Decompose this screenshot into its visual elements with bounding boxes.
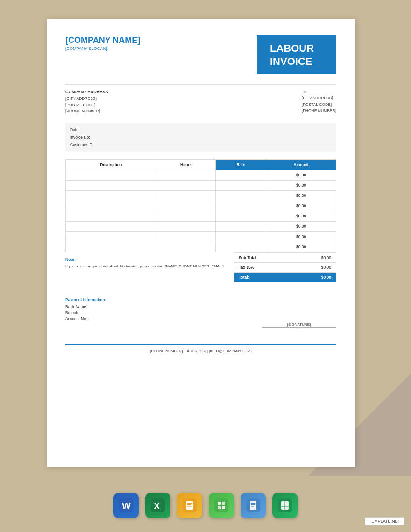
- invoice-page: [COMPANY NAME] [COMPANY SLOGAN] LABOUR I…: [47, 19, 355, 467]
- invoice-no-value[interactable]: [107, 134, 332, 140]
- table-row: $0.00: [66, 190, 336, 201]
- grand-total-value: $0.00: [321, 275, 331, 280]
- cell-rate-3[interactable]: [216, 201, 266, 211]
- cell-amount-1[interactable]: $0.00: [266, 180, 336, 190]
- to-postal: [POSTAL CODE]: [302, 102, 336, 108]
- company-slogan: [COMPANY SLOGAN]: [65, 46, 140, 51]
- grand-total-row: Total: $0.00: [234, 273, 336, 282]
- col-hours: Hours: [156, 159, 216, 170]
- col-description: Description: [66, 159, 156, 170]
- cell-hours-4[interactable]: [156, 211, 216, 221]
- template-badge: TEMPLATE.NET: [365, 517, 404, 525]
- cell-amount-5[interactable]: $0.00: [266, 221, 336, 231]
- to-label: To:: [302, 90, 336, 94]
- to-phone: [PHONE NUMBER]: [302, 108, 336, 114]
- payment-section: Payment Information: Bank Name: Branch: …: [65, 293, 336, 328]
- subtotal-label: Sub Total:: [239, 255, 258, 260]
- cell-hours-2[interactable]: [156, 190, 216, 201]
- signature-field: [SIGNATURE]: [262, 322, 336, 328]
- cell-rate-5[interactable]: [216, 221, 266, 231]
- cell-description-7[interactable]: [66, 242, 156, 252]
- payment-title: Payment Information:: [65, 297, 336, 302]
- cell-rate-7[interactable]: [216, 242, 266, 252]
- invoice-title-line2: INVOICE: [270, 56, 312, 67]
- table-row: $0.00: [66, 231, 336, 242]
- table-header-row: Description Hours Rate Amount: [66, 159, 336, 170]
- table-row: $0.00: [66, 170, 336, 180]
- cell-rate-1[interactable]: [216, 180, 266, 190]
- customer-id-label: Customer ID:: [70, 142, 107, 147]
- svg-rect-7: [187, 504, 191, 505]
- svg-rect-8: [187, 506, 192, 507]
- table-row: $0.00: [66, 242, 336, 252]
- cell-hours-3[interactable]: [156, 201, 216, 211]
- tax-row: Tax 15%: $0.00: [234, 263, 336, 273]
- to-city: [CITY ADDRESS]: [302, 95, 336, 102]
- cell-hours-7[interactable]: [156, 242, 216, 252]
- company-name: [COMPANY NAME]: [65, 35, 140, 45]
- cell-amount-0[interactable]: $0.00: [266, 170, 336, 180]
- cell-description-1[interactable]: [66, 180, 156, 190]
- cell-hours-1[interactable]: [156, 180, 216, 190]
- customer-id-field: Customer ID:: [70, 142, 332, 148]
- company-city: [CITY ADDRESS]: [65, 96, 108, 102]
- cell-hours-5[interactable]: [156, 221, 216, 231]
- google-sheets-icon[interactable]: [272, 493, 298, 518]
- svg-rect-6: [187, 503, 192, 504]
- cell-description-2[interactable]: [66, 190, 156, 201]
- company-address-block: COMPANY ADDRESS [CITY ADDRESS] [POSTAL C…: [65, 90, 108, 115]
- cell-rate-0[interactable]: [216, 170, 266, 180]
- cell-hours-6[interactable]: [156, 231, 216, 242]
- google-docs-icon[interactable]: [241, 493, 266, 518]
- cell-hours-0[interactable]: [156, 170, 216, 180]
- cell-rate-2[interactable]: [216, 190, 266, 201]
- microsoft-word-icon[interactable]: W: [113, 493, 139, 518]
- grand-total-label: Total:: [239, 275, 249, 280]
- invoice-no-field: Invoice No:: [70, 134, 332, 140]
- bank-name-row: Bank Name:: [65, 304, 336, 309]
- subtotal-value: $0.00: [321, 255, 331, 260]
- svg-rect-20: [281, 501, 289, 510]
- apple-numbers-icon[interactable]: [209, 493, 234, 518]
- cell-amount-2[interactable]: $0.00: [266, 190, 336, 201]
- app-icons-bar: W X: [113, 493, 298, 518]
- svg-rect-5: [186, 501, 193, 510]
- company-postal: [POSTAL CODE]: [65, 102, 108, 109]
- microsoft-excel-icon[interactable]: X: [145, 493, 170, 518]
- col-amount: Amount: [266, 159, 336, 170]
- invoice-title-box: LABOUR INVOICE: [257, 35, 336, 74]
- cell-description-0[interactable]: [66, 170, 156, 180]
- branch-row: Branch:: [65, 310, 336, 315]
- apple-pages-icon[interactable]: [177, 493, 202, 518]
- note-text: If you have any questions about this inv…: [65, 264, 234, 269]
- svg-rect-9: [214, 498, 228, 512]
- cell-description-3[interactable]: [66, 201, 156, 211]
- invoice-footer: [PHONE NUMBER] | [ADDRESS] | [INFO@COMPA…: [65, 344, 336, 353]
- cell-rate-6[interactable]: [216, 231, 266, 242]
- svg-rect-18: [251, 506, 254, 507]
- info-fields: Date: Invoice No: Customer ID:: [65, 123, 336, 152]
- svg-rect-13: [222, 506, 225, 509]
- company-phone: [PHONE NUMBER]: [65, 108, 108, 115]
- cell-amount-4[interactable]: $0.00: [266, 211, 336, 221]
- cell-rate-4[interactable]: [216, 211, 266, 221]
- svg-rect-11: [222, 502, 225, 505]
- date-value[interactable]: [107, 127, 332, 133]
- date-label: Date:: [70, 127, 107, 132]
- svg-rect-15: [250, 501, 256, 510]
- table-row: $0.00: [66, 201, 336, 211]
- customer-id-value[interactable]: [107, 142, 332, 148]
- note-section: Note: If you have any questions about th…: [65, 252, 234, 274]
- cell-description-6[interactable]: [66, 231, 156, 242]
- to-address-block: To: [CITY ADDRESS] [POSTAL CODE] [PHONE …: [302, 90, 336, 115]
- tax-value: $0.00: [321, 265, 331, 270]
- table-row: $0.00: [66, 211, 336, 221]
- table-row: $0.00: [66, 221, 336, 231]
- svg-rect-10: [218, 502, 221, 505]
- company-info: [COMPANY NAME] [COMPANY SLOGAN]: [65, 35, 140, 51]
- cell-amount-3[interactable]: $0.00: [266, 201, 336, 211]
- cell-amount-6[interactable]: $0.00: [266, 231, 336, 242]
- cell-description-4[interactable]: [66, 211, 156, 221]
- cell-description-5[interactable]: [66, 221, 156, 231]
- cell-amount-7[interactable]: $0.00: [266, 242, 336, 252]
